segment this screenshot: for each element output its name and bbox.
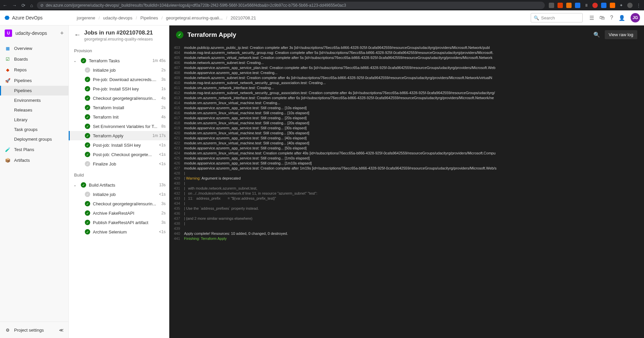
step-row[interactable]: ✓Checkout georgetegral/ensurin...4s xyxy=(69,93,169,103)
ext-icon[interactable] xyxy=(566,3,572,8)
pipelines-icon: 🚀 xyxy=(5,77,11,83)
step-row[interactable]: ✓Publish FakeRestAPI artifact3s xyxy=(69,218,169,227)
log-line: 430| xyxy=(169,181,644,186)
log-line: 437| (and 2 more similar warnings elsewh… xyxy=(169,216,644,221)
status-icon: ✓ xyxy=(85,77,90,82)
url-bar[interactable]: ⊘ dev.azure.com/jorgerene/udacity-devops… xyxy=(37,2,545,9)
artifacts-icon: 📦 xyxy=(5,157,11,163)
status-icon: ✓ xyxy=(85,95,90,101)
log-line: 432| on ../../modules/network/network.tf… xyxy=(169,191,644,196)
log-line: 417module.appservice.azurerm_app_service… xyxy=(169,116,644,121)
view-raw-button[interactable]: View raw log xyxy=(605,30,637,39)
ext-icon[interactable]: ⏸ xyxy=(584,3,589,8)
menu-icon[interactable]: ⋮ xyxy=(636,3,641,8)
nav-item-repos[interactable]: ◆Repos xyxy=(0,64,68,75)
stage-label: Provision xyxy=(69,44,169,56)
log-title: Terraform Apply xyxy=(187,31,589,39)
nav-subitem-library[interactable]: Library xyxy=(0,115,68,125)
log-line: 418module.vm.azurerm_linux_virtual_machi… xyxy=(169,121,644,126)
url-text: dev.azure.com/jorgerene/udacity-devops/_… xyxy=(46,3,346,8)
project-header[interactable]: U udacity-devops + xyxy=(0,25,68,41)
step-row[interactable]: ✓Post-job: Install SSH key<1s xyxy=(69,140,169,150)
ext-icon[interactable] xyxy=(601,3,606,8)
step-row[interactable]: ✓Terraform Init4s xyxy=(69,112,169,122)
log-line: 434| xyxy=(169,201,644,206)
forward-icon[interactable]: → xyxy=(12,3,17,8)
step-row[interactable]: ✓Set Environment Variables for T...8s xyxy=(69,122,169,131)
list-icon[interactable]: ☰ xyxy=(589,15,594,21)
step-row[interactable]: ✓Finalize Job<1s xyxy=(69,159,169,168)
ext-icon[interactable] xyxy=(592,3,598,8)
log-line: 426module.appservice.azurerm_app_service… xyxy=(169,161,644,166)
status-icon: ✓ xyxy=(85,229,90,234)
search-input[interactable]: 🔍 Search xyxy=(531,13,583,22)
lock-icon: ⊘ xyxy=(40,3,44,8)
log-line: 439 xyxy=(169,226,644,231)
step-row[interactable]: ✓Archive Selenium<1s xyxy=(69,227,169,236)
breadcrumb-item[interactable]: jorgerene xyxy=(77,15,95,20)
log-line: 408module.appservice.azurerm_app_service… xyxy=(169,70,644,75)
status-icon: ✓ xyxy=(85,105,90,110)
breadcrumb-item[interactable]: georgetegral.ensuring-quali... xyxy=(166,15,223,20)
step-row[interactable]: ✓Post-job: Checkout georgete...<1s xyxy=(69,150,169,159)
step-row[interactable]: ✓Archive FakeRestAPI2s xyxy=(69,208,169,218)
log-line: 438| xyxy=(169,221,644,226)
nav-subitem-deployment-groups[interactable]: Deployment groups xyxy=(0,134,68,144)
person-icon[interactable]: 👤 xyxy=(619,15,625,21)
ext-icon[interactable] xyxy=(549,3,554,8)
product-logo[interactable]: Azure DevOps xyxy=(4,15,43,21)
search-icon[interactable]: 🔍 xyxy=(593,31,600,38)
nav-item-pipelines[interactable]: 🚀Pipelines xyxy=(0,75,68,86)
user-avatar[interactable]: JG xyxy=(631,13,640,22)
profile-icon[interactable] xyxy=(627,3,633,8)
nav-subitem-pipelines[interactable]: Pipelines xyxy=(0,86,68,95)
bag-icon[interactable]: 🛍 xyxy=(599,15,605,21)
project-icon: U xyxy=(5,29,12,37)
job-row[interactable]: ⌄✓Build Artifacts13s xyxy=(69,180,169,190)
add-icon[interactable]: + xyxy=(60,30,64,37)
gear-icon: ⚙ xyxy=(5,327,11,333)
back-arrow-icon[interactable]: ← xyxy=(74,29,81,39)
left-nav: U udacity-devops + ▦Overview☑Boards◆Repo… xyxy=(0,25,69,338)
boards-icon: ☑ xyxy=(5,56,11,62)
nav-subitem-environments[interactable]: Environments xyxy=(0,95,68,105)
nav-item-artifacts[interactable]: 📦Artifacts xyxy=(0,155,68,165)
step-row[interactable]: ✓Initialize job2s xyxy=(69,65,169,75)
extensions-icon[interactable]: ✦ xyxy=(619,3,624,8)
step-row[interactable]: ✓Pre-job: Download azurecreds....3s xyxy=(69,75,169,84)
ext-icon[interactable] xyxy=(575,3,580,8)
log-line: 427module.appservice.azurerm_app_service… xyxy=(169,166,644,171)
help-icon[interactable]: ? xyxy=(610,15,613,21)
nav-item-boards[interactable]: ☑Boards xyxy=(0,54,68,64)
breadcrumb-item[interactable]: Pipelines xyxy=(140,15,158,20)
step-row[interactable]: ✓Checkout georgetegral/ensurin...3s xyxy=(69,199,169,208)
home-icon[interactable]: ⌂ xyxy=(30,3,33,8)
log-line: 435| Use the `address_prefixes` property… xyxy=(169,206,644,211)
step-row[interactable]: ✓Pre-job: Install SSH key1s xyxy=(69,84,169,93)
back-icon[interactable]: ← xyxy=(3,3,7,8)
log-line: 406module.network.azurerm_subnet.test: C… xyxy=(169,60,644,65)
log-panel: ✓ Terraform Apply 🔍 View raw log 403modu… xyxy=(169,25,644,338)
breadcrumbs: jorgerene/ udacity-devops/ Pipelines/ ge… xyxy=(47,15,527,20)
log-line: 425module.appservice.azurerm_app_service… xyxy=(169,156,644,161)
step-row[interactable]: ✓Initialize job<1s xyxy=(69,190,169,199)
nav-item-overview[interactable]: ▦Overview xyxy=(0,43,68,54)
breadcrumb-item[interactable]: udacity-devops xyxy=(103,15,132,20)
ext-icon[interactable] xyxy=(558,3,563,8)
step-row[interactable]: ✓Terraform Apply1m 17s xyxy=(69,131,169,140)
project-settings[interactable]: ⚙Project settings ≪ xyxy=(0,325,68,335)
nav-item-test-plans[interactable]: 🧪Test Plans xyxy=(0,144,68,155)
search-icon: 🔍 xyxy=(534,15,539,20)
log-body[interactable]: 403module.publicip.azurerm_public_ip.tes… xyxy=(169,44,644,338)
log-line: 410module.nsg-test.azurerm_subnet_networ… xyxy=(169,80,644,85)
status-icon: ✓ xyxy=(85,220,90,225)
reload-icon[interactable]: ⟳ xyxy=(21,3,25,8)
log-line: 440Apply complete! Resources: 10 added, … xyxy=(169,231,644,236)
nav-subitem-releases[interactable]: Releases xyxy=(0,105,68,115)
nav-subitem-task-groups[interactable]: Task groups xyxy=(0,125,68,134)
job-row[interactable]: ⌄✓Terraform Tasks1m 45s xyxy=(69,56,169,65)
step-row[interactable]: ✓Terraform Install2s xyxy=(69,103,169,112)
collapse-icon[interactable]: ≪ xyxy=(59,328,64,333)
breadcrumb-item[interactable]: 20210708.21 xyxy=(231,15,256,20)
ext-icon[interactable] xyxy=(610,3,615,8)
